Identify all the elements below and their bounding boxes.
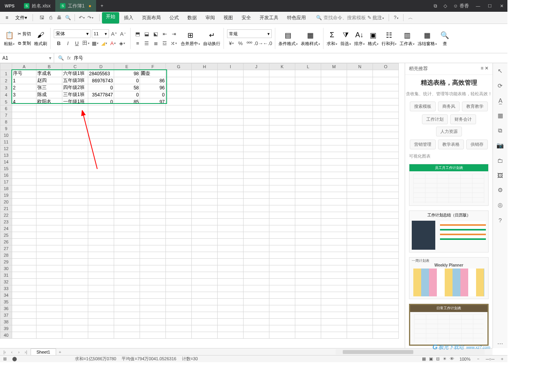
cell-F22[interactable] [140, 212, 166, 219]
cell-B13[interactable] [36, 152, 62, 159]
formula-input[interactable]: 序号 [74, 55, 83, 62]
cell-N28[interactable] [347, 252, 373, 259]
cell-L20[interactable] [295, 199, 321, 205]
view-normal-icon[interactable]: ▦ [422, 356, 426, 361]
cell-K35[interactable] [269, 299, 295, 305]
cell-C28[interactable] [62, 252, 88, 259]
cell-F12[interactable] [140, 145, 166, 152]
cell-G22[interactable] [166, 212, 192, 219]
freeze-button[interactable]: ▦冻结窗格 [416, 30, 438, 47]
cell-G6[interactable] [166, 105, 192, 112]
cell-O26[interactable] [373, 239, 399, 245]
cell-I37[interactable] [218, 312, 244, 319]
cell-A10[interactable] [12, 132, 36, 139]
row-header-2[interactable]: 2 [0, 77, 12, 84]
cell-C14[interactable] [62, 159, 88, 165]
cell-D2[interactable]: 86976743 [88, 77, 114, 84]
cell-M12[interactable] [321, 145, 347, 152]
cell-J34[interactable] [244, 292, 269, 299]
cell-D40[interactable] [88, 332, 114, 339]
cell-L12[interactable] [295, 145, 321, 152]
pill-hr[interactable]: 人力资源 [436, 127, 462, 136]
border-button[interactable]: 田 [82, 39, 90, 47]
cell-B16[interactable] [36, 172, 62, 179]
cell-G28[interactable] [166, 252, 192, 259]
zoom-slider[interactable]: ─○─ [486, 357, 494, 361]
cell-I19[interactable] [218, 192, 244, 199]
cell-J12[interactable] [244, 145, 269, 152]
cell-H33[interactable] [192, 285, 218, 292]
cell-G23[interactable] [166, 219, 192, 225]
cell-A36[interactable] [12, 305, 36, 312]
cell-A20[interactable] [12, 199, 36, 205]
col-header-I[interactable]: I [218, 64, 244, 70]
cell-D25[interactable] [88, 232, 114, 239]
cell-N22[interactable] [347, 212, 373, 219]
cell-L15[interactable] [295, 165, 321, 172]
cell-K32[interactable] [269, 279, 295, 285]
cell-B25[interactable] [36, 232, 62, 239]
cell-B20[interactable] [36, 199, 62, 205]
cell-M4[interactable] [321, 91, 347, 98]
cell-N24[interactable] [347, 225, 373, 232]
cell-N17[interactable] [347, 179, 373, 185]
cell-E8[interactable] [114, 119, 140, 125]
row-header-31[interactable]: 31 [0, 272, 12, 279]
copy-button[interactable]: ⧉ 复制 [18, 40, 31, 46]
align-middle-icon[interactable]: ⬓ [143, 30, 151, 38]
cell-J23[interactable] [244, 219, 269, 225]
cell-N7[interactable] [347, 112, 373, 119]
cell-J9[interactable] [244, 125, 269, 132]
cell-K16[interactable] [269, 172, 295, 179]
cell-A30[interactable] [12, 265, 36, 272]
cell-G25[interactable] [166, 232, 192, 239]
cell-H36[interactable] [192, 305, 218, 312]
cell-O12[interactable] [373, 145, 399, 152]
cell-J11[interactable] [244, 139, 269, 145]
format-painter-button[interactable]: 🖌格式刷 [33, 30, 49, 47]
cell-M34[interactable] [321, 292, 347, 299]
cell-K2[interactable] [269, 77, 295, 84]
cell-L21[interactable] [295, 205, 321, 212]
row-header-28[interactable]: 28 [0, 252, 12, 259]
cell-A8[interactable] [12, 119, 36, 125]
row-header-13[interactable]: 13 [0, 152, 12, 159]
cell-J16[interactable] [244, 172, 269, 179]
row-header-20[interactable]: 20 [0, 199, 12, 205]
cell-B21[interactable] [36, 205, 62, 212]
cell-K1[interactable] [269, 70, 295, 77]
cell-C6[interactable] [62, 105, 88, 112]
cell-J6[interactable] [244, 105, 269, 112]
copy-icon[interactable]: ⧉ [496, 126, 505, 135]
cell-H17[interactable] [192, 179, 218, 185]
cell-I28[interactable] [218, 252, 244, 259]
template-thumb-2[interactable]: 一周计划表Weekly Planner [409, 257, 489, 299]
cell-E30[interactable] [114, 265, 140, 272]
bold-button[interactable]: B [55, 39, 63, 47]
cell-N18[interactable] [347, 185, 373, 192]
cell-H40[interactable] [192, 332, 218, 339]
cell-L8[interactable] [295, 119, 321, 125]
cell-I13[interactable] [218, 152, 244, 159]
cell-I38[interactable] [218, 319, 244, 325]
cell-I32[interactable] [218, 279, 244, 285]
cell-K34[interactable] [269, 292, 295, 299]
cell-B36[interactable] [36, 305, 62, 312]
cell-G21[interactable] [166, 205, 192, 212]
panel-close-icon[interactable]: ✕ [485, 65, 489, 71]
cell-D20[interactable] [88, 199, 114, 205]
cell-O15[interactable] [373, 165, 399, 172]
cell-A7[interactable] [12, 112, 36, 119]
cell-L3[interactable] [295, 84, 321, 91]
pill-marketing[interactable]: 营销管理 [410, 140, 436, 149]
cell-K33[interactable] [269, 285, 295, 292]
image-icon[interactable]: 🖼 [496, 171, 505, 180]
cell-H2[interactable] [192, 77, 218, 84]
cell-D37[interactable] [88, 312, 114, 319]
cell-D28[interactable] [88, 252, 114, 259]
cell-B39[interactable] [36, 325, 62, 332]
cond-format-button[interactable]: ▤条件格式 [277, 30, 299, 47]
row-header-38[interactable]: 38 [0, 319, 12, 325]
cell-O38[interactable] [373, 319, 399, 325]
cell-B38[interactable] [36, 319, 62, 325]
